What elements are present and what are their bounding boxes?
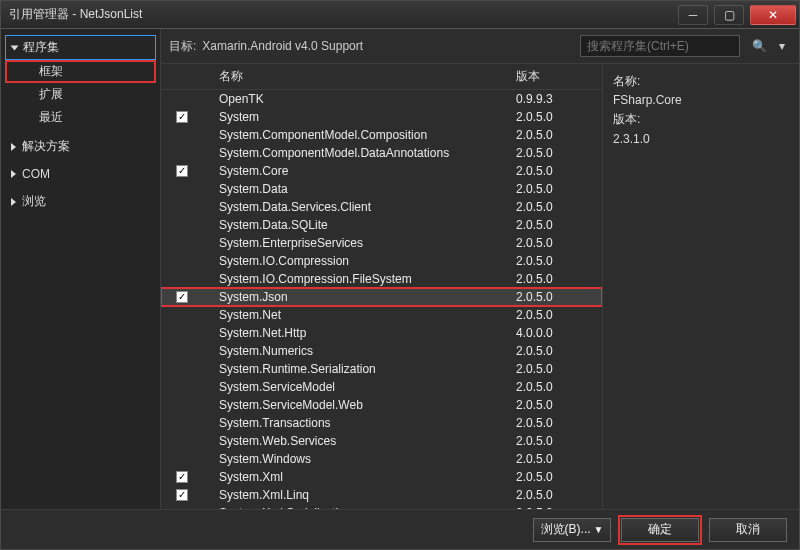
table-row[interactable]: ✓System.Xml2.0.5.0 [161,468,602,486]
table-row[interactable]: System.Numerics2.0.5.0 [161,342,602,360]
detail-panel: 名称: FSharp.Core 版本: 2.3.1.0 [603,64,799,509]
assembly-name: System [219,110,516,124]
assembly-version: 2.0.5.0 [516,488,602,502]
table-row[interactable]: ✓System.Core2.0.5.0 [161,162,602,180]
table-row[interactable]: System.Net.Http4.0.0.0 [161,324,602,342]
table-row[interactable]: System.ComponentModel.Composition2.0.5.0 [161,126,602,144]
checkbox[interactable]: ✓ [176,165,188,177]
footer: 浏览(B)... ▼ 确定 取消 [1,509,799,549]
dropdown-icon: ▼ [594,524,604,535]
assembly-version: 2.0.5.0 [516,470,602,484]
content-area: 程序集 框架 扩展 最近 解决方案 COM [1,29,799,509]
minimize-button[interactable]: ─ [678,5,708,25]
table-row[interactable]: System.ComponentModel.DataAnnotations2.0… [161,144,602,162]
close-button[interactable]: ✕ [750,5,796,25]
sidebar-group-com[interactable]: COM [5,164,156,184]
table-row[interactable]: System.Windows2.0.5.0 [161,450,602,468]
maximize-button[interactable]: ▢ [714,5,744,25]
mid-area: 名称 版本 OpenTK0.9.9.3✓System2.0.5.0System.… [161,64,799,509]
search-dropdown-icon[interactable]: ▾ [773,37,791,55]
detail-version-value: 2.3.1.0 [613,130,789,149]
search-input[interactable] [580,35,740,57]
assembly-version: 2.0.5.0 [516,164,602,178]
assembly-version: 2.0.5.0 [516,380,602,394]
assembly-name: System.ComponentModel.Composition [219,128,516,142]
sidebar-group-label: 解决方案 [22,138,70,155]
assembly-name: System.Net [219,308,516,322]
assembly-name: System.ComponentModel.DataAnnotations [219,146,516,160]
sidebar-group-solution[interactable]: 解决方案 [5,135,156,158]
assembly-version: 2.0.5.0 [516,236,602,250]
assembly-version: 2.0.5.0 [516,434,602,448]
assembly-name: System.Data [219,182,516,196]
table-row[interactable]: System.ServiceModel2.0.5.0 [161,378,602,396]
assembly-version: 0.9.9.3 [516,92,602,106]
ok-button[interactable]: 确定 [621,518,699,542]
assembly-version: 2.0.5.0 [516,344,602,358]
assembly-name: System.IO.Compression.FileSystem [219,272,516,286]
sidebar-item-label: 最近 [39,110,63,124]
sidebar-group-label: COM [22,167,50,181]
expand-icon [11,198,16,206]
expand-icon [11,45,19,50]
target-label: 目标: [169,38,196,55]
assembly-version: 2.0.5.0 [516,398,602,412]
table-row[interactable]: System.EnterpriseServices2.0.5.0 [161,234,602,252]
table-row[interactable]: System.IO.Compression2.0.5.0 [161,252,602,270]
assembly-name: System.ServiceModel.Web [219,398,516,412]
table-row[interactable]: System.Runtime.Serialization2.0.5.0 [161,360,602,378]
assembly-version: 2.0.5.0 [516,290,602,304]
sidebar-group-label: 浏览 [22,193,46,210]
sidebar-item-framework[interactable]: 框架 [5,60,156,83]
table-row[interactable]: System.Data.Services.Client2.0.5.0 [161,198,602,216]
table-row[interactable]: System.Data2.0.5.0 [161,180,602,198]
table-row[interactable]: OpenTK0.9.9.3 [161,90,602,108]
table-row[interactable]: ✓System.Json2.0.5.0 [161,288,602,306]
titlebar[interactable]: 引用管理器 - NetJsonList ─ ▢ ✕ [1,1,799,29]
browse-button-label: 浏览(B)... [541,521,591,538]
sidebar-group-label: 程序集 [23,39,59,56]
table-row[interactable]: System.IO.Compression.FileSystem2.0.5.0 [161,270,602,288]
detail-version-label: 版本: [613,112,640,126]
table-row[interactable]: System.Transactions2.0.5.0 [161,414,602,432]
search-icon[interactable]: 🔍 [746,37,773,55]
assembly-name: System.IO.Compression [219,254,516,268]
column-version-header[interactable]: 版本 [516,68,602,85]
assembly-name: System.Data.SQLite [219,218,516,232]
table-row[interactable]: System.Net2.0.5.0 [161,306,602,324]
table-row[interactable]: ✓System2.0.5.0 [161,108,602,126]
table-row[interactable]: System.Web.Services2.0.5.0 [161,432,602,450]
target-value: Xamarin.Android v4.0 Support [202,39,580,53]
table-row[interactable]: System.Data.SQLite2.0.5.0 [161,216,602,234]
sidebar-group-assemblies[interactable]: 程序集 [5,35,156,60]
assembly-version: 4.0.0.0 [516,326,602,340]
assembly-version: 2.0.5.0 [516,182,602,196]
table-row[interactable]: System.ServiceModel.Web2.0.5.0 [161,396,602,414]
assembly-version: 2.0.5.0 [516,452,602,466]
cancel-button-label: 取消 [736,521,760,538]
assembly-version: 2.0.5.0 [516,272,602,286]
assembly-name: System.Web.Services [219,434,516,448]
checkbox[interactable]: ✓ [176,489,188,501]
assembly-name: System.Transactions [219,416,516,430]
checkbox[interactable]: ✓ [176,111,188,123]
assembly-name: System.Xml.Linq [219,488,516,502]
table-row[interactable]: ✓System.Xml.Linq2.0.5.0 [161,486,602,504]
checkbox[interactable]: ✓ [176,291,188,303]
assembly-version: 2.0.5.0 [516,218,602,232]
assembly-version: 2.0.5.0 [516,416,602,430]
detail-name-value: FSharp.Core [613,91,789,110]
sidebar-item-recent[interactable]: 最近 [5,106,156,129]
sidebar: 程序集 框架 扩展 最近 解决方案 COM [1,29,161,509]
assembly-version: 2.0.5.0 [516,308,602,322]
sidebar-item-extensions[interactable]: 扩展 [5,83,156,106]
assembly-name: System.Core [219,164,516,178]
browse-button[interactable]: 浏览(B)... ▼ [533,518,611,542]
sidebar-group-browse[interactable]: 浏览 [5,190,156,213]
cancel-button[interactable]: 取消 [709,518,787,542]
column-name-header[interactable]: 名称 [219,68,516,85]
main-panel: 目标: Xamarin.Android v4.0 Support 🔍 ▾ 名称 … [161,29,799,509]
window-title: 引用管理器 - NetJsonList [9,6,675,23]
list-body[interactable]: OpenTK0.9.9.3✓System2.0.5.0System.Compon… [161,90,602,509]
checkbox[interactable]: ✓ [176,471,188,483]
